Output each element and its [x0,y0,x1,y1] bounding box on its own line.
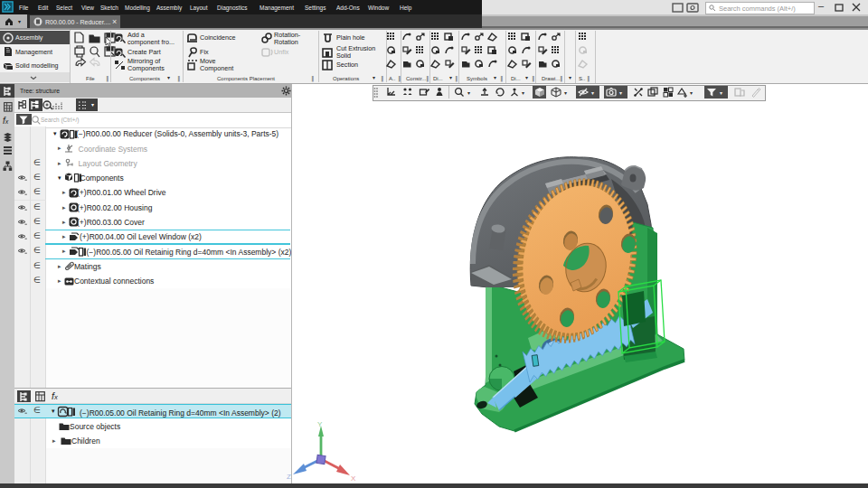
svg-text:X: X [351,474,356,483]
svg-text:Y: Y [317,420,323,428]
svg-text:Z: Z [287,473,291,481]
